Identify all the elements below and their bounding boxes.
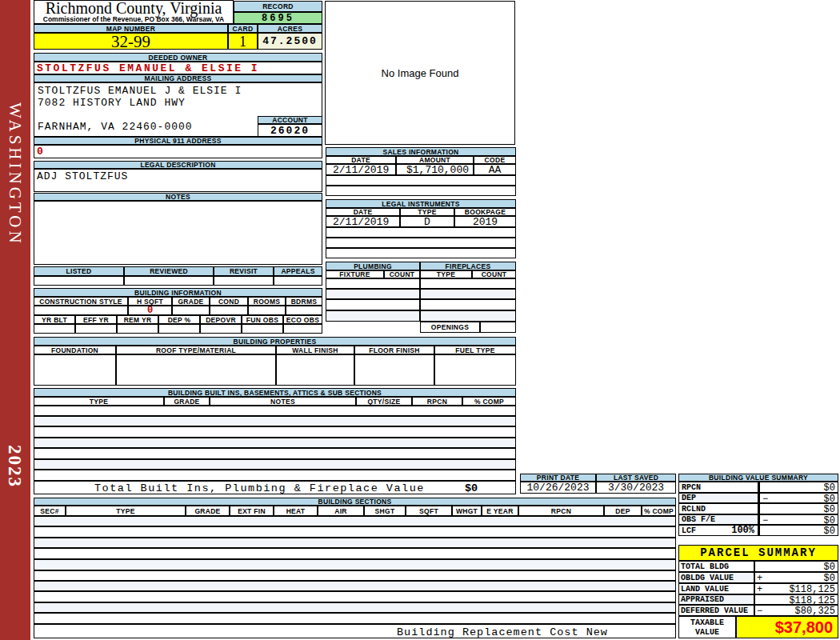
- ps-value: $118,125: [789, 595, 835, 605]
- bvs-label: OBS F/E: [678, 514, 758, 525]
- empty-row: [420, 278, 516, 289]
- col-eco-obs: ECO OBS: [283, 315, 322, 324]
- empty-cell: [75, 324, 117, 334]
- bvs-label: DEP: [678, 493, 758, 503]
- floor-finish-box: [354, 354, 434, 386]
- fireplace-col-type: TYPE: [420, 270, 472, 278]
- bi-col-notes: NOTES: [210, 397, 356, 406]
- ps-op: +: [757, 573, 762, 583]
- ps-value-cell: −$80,325: [754, 605, 838, 616]
- reviewed-header: REVIEWED: [124, 266, 214, 276]
- empty-row: [34, 613, 676, 624]
- empty-cell: [34, 324, 75, 334]
- instr-bookpage: 2019 94WRS: [454, 216, 516, 227]
- empty-row: [326, 289, 420, 299]
- empty-row: [326, 227, 516, 238]
- building-information-header: BUILDING INFORMATION: [34, 288, 322, 297]
- col-rooms: ROOMS: [248, 297, 286, 306]
- sec-col: EXT FIN: [230, 506, 274, 516]
- ps-value: $118,125: [789, 584, 835, 594]
- sec-col: E YEAR: [482, 506, 518, 516]
- sales-col-date: DATE: [326, 156, 396, 164]
- built-ins-total-row: Total Built Ins, Plumbing & Fireplace Va…: [34, 481, 516, 494]
- record-header: RECORD: [234, 1, 322, 12]
- empty-row: [124, 276, 214, 286]
- instr-type: D: [400, 216, 454, 227]
- empty-row: [34, 526, 676, 538]
- print-date-header: PRINT DATE: [520, 474, 596, 482]
- col-grade: GRADE: [172, 297, 210, 306]
- record-value: 8695: [234, 12, 322, 24]
- ps-value-cell: $118,125: [754, 594, 838, 605]
- sale-date: 2/11/2019: [326, 164, 396, 175]
- mailing-address-header: MAILING ADDRESS: [34, 74, 322, 82]
- taxable-value-label: TAXABLE VALUE: [678, 616, 736, 638]
- fireplaces-header: FIREPLACES: [420, 262, 516, 270]
- plumbing-header: PLUMBING: [326, 262, 420, 270]
- no-image-text: No Image Found: [382, 67, 459, 79]
- empty-cell: [158, 324, 200, 334]
- sec-col: RPCN: [518, 506, 604, 516]
- sales-information-header: SALES INFORMATION: [326, 147, 516, 156]
- instr-date: 2/11/2019: [326, 216, 400, 227]
- bvs-value: $0: [824, 526, 835, 536]
- sec-col: % COMP: [642, 506, 676, 516]
- sec-col: HEAT: [274, 506, 318, 516]
- office-subtitle: Commissioner of the Revenue, PO Box 366,…: [34, 16, 233, 24]
- notes-header: NOTES: [34, 193, 322, 201]
- bvs-label: RPCN: [678, 482, 758, 493]
- ps-value-cell: +$0: [754, 572, 838, 583]
- bvs-value: $0: [824, 482, 835, 493]
- bvs-label: RCLND: [678, 503, 758, 514]
- construction-style-value: [34, 306, 128, 315]
- sec-col: DEP: [604, 506, 642, 516]
- empty-row: [34, 570, 676, 581]
- col-depovr: DEPOVR: [200, 315, 242, 324]
- col-yr-blt: YR BLT: [34, 315, 75, 324]
- ps-label: APPRAISED VALUE: [678, 594, 754, 605]
- empty-row: [326, 310, 420, 322]
- empty-row: [34, 426, 516, 438]
- plumbing-col-fixture: FIXTURE: [326, 270, 384, 278]
- empty-row: [34, 470, 516, 481]
- county-header-box: Richmond County, Virginia Commissioner o…: [34, 0, 234, 24]
- bvs-lcf-pct: 100%: [731, 526, 754, 536]
- sec-col: WHGT: [452, 506, 482, 516]
- h-sqft-value: 0: [128, 306, 172, 315]
- deeded-owner-header: DEEDED OWNER: [34, 53, 322, 62]
- last-saved-header: LAST SAVED: [596, 474, 676, 482]
- empty-row: [34, 416, 516, 426]
- building-properties-header: BUILDING PROPERTIES: [34, 337, 516, 346]
- empty-row: [34, 459, 516, 470]
- ps-label: OBLDG VALUE: [678, 572, 754, 583]
- empty-row: [34, 438, 516, 448]
- empty-row: [34, 591, 676, 602]
- bvs-value-cell: −$0: [758, 493, 838, 503]
- bvs-label-lcf: LCF100%: [678, 525, 758, 536]
- bvs-value-cell: $0: [758, 482, 838, 493]
- roof-box: [116, 354, 276, 386]
- empty-cell: [242, 324, 283, 334]
- deeded-owner-value: STOLTZFUS EMANUEL & ELSIE I: [34, 62, 322, 74]
- bi-col-type: TYPE: [34, 397, 164, 406]
- parcel-summary-header: PARCEL SUMMARY: [678, 545, 838, 561]
- card-header: CARD: [228, 24, 258, 33]
- legal-description-header: LEGAL DESCRIPTION: [34, 161, 322, 169]
- card-value: 1: [228, 33, 258, 50]
- bi-col-comp: % COMP: [462, 397, 516, 406]
- ps-label: TOTAL BLDG VALUE: [678, 561, 754, 572]
- bvs-op: −: [762, 494, 768, 503]
- empty-cell: [283, 324, 322, 334]
- bvs-value: $0: [824, 515, 835, 525]
- taxable-value: $37,800: [736, 616, 838, 638]
- bvs-value: $0: [824, 504, 835, 514]
- empty-row: [34, 602, 676, 613]
- last-saved-value: 3/30/2023: [596, 482, 676, 494]
- bi-col-grade: GRADE: [164, 397, 210, 406]
- instr-col-date: DATE: [326, 208, 400, 216]
- col-foundation: FOUNDATION: [34, 346, 116, 354]
- building-sections-header: BUILDING SECTIONS: [34, 498, 676, 506]
- empty-row: [274, 276, 322, 286]
- col-wall-finish: WALL FINISH: [276, 346, 354, 354]
- bvs-label: LCF: [682, 526, 696, 535]
